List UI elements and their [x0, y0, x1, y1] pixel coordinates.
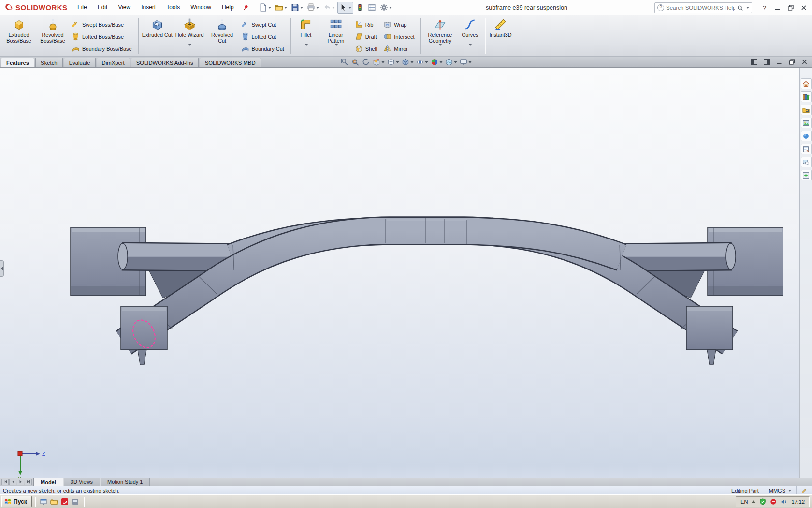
units-caret[interactable]	[788, 490, 791, 492]
menu-view[interactable]: View	[113, 0, 136, 15]
zoom-to-fit-button[interactable]	[340, 58, 350, 67]
reference-geometry-button[interactable]: Reference Geometry	[423, 16, 457, 56]
clock[interactable]: 17:12	[791, 499, 805, 505]
hidden-icons-chevron[interactable]	[752, 500, 755, 503]
view-palette-tab[interactable]	[801, 118, 812, 128]
new-button[interactable]	[258, 2, 273, 14]
help-button[interactable]: ?	[758, 1, 771, 14]
menu-insert[interactable]: Insert	[136, 0, 161, 15]
file-properties-button[interactable]	[366, 2, 377, 14]
display-style-caret[interactable]	[411, 61, 414, 63]
undo-dropdown-caret[interactable]	[332, 7, 335, 9]
subframe-model[interactable]	[71, 218, 783, 365]
graphics-area[interactable]: Z Y	[0, 68, 812, 478]
file-explorer-tab[interactable]	[801, 105, 812, 115]
options-dropdown-caret[interactable]	[389, 7, 392, 9]
menu-help[interactable]: Help	[217, 0, 239, 15]
tab-model[interactable]: Model	[33, 478, 63, 486]
quick-launch-app[interactable]	[70, 496, 81, 507]
hole-wizard-button[interactable]: Hole Wizard	[174, 16, 205, 56]
menu-edit[interactable]: Edit	[92, 0, 113, 15]
rebuild-button[interactable]	[354, 2, 365, 14]
tab-evaluate[interactable]: Evaluate	[64, 58, 96, 67]
boundary-boss-base-button[interactable]: Boundary Boss/Base	[70, 43, 136, 55]
add-content-tab[interactable]	[801, 170, 812, 180]
close-button[interactable]	[797, 1, 810, 14]
draft-button[interactable]: Draft	[353, 30, 381, 43]
open-dropdown-caret[interactable]	[284, 7, 287, 9]
doc-close-button[interactable]	[800, 59, 808, 65]
tab-sketch[interactable]: Sketch	[35, 58, 63, 67]
custom-properties-tab[interactable]	[801, 144, 812, 154]
pin-menu-button[interactable]	[240, 2, 251, 13]
print-dropdown-caret[interactable]	[316, 7, 319, 9]
quick-tips-button[interactable]	[796, 486, 812, 494]
swept-cut-button[interactable]: Swept Cut	[239, 18, 289, 30]
apply-scene-caret[interactable]	[454, 61, 457, 63]
section-view-caret[interactable]	[382, 61, 385, 63]
revolved-cut-button[interactable]: Revolved Cut	[205, 16, 239, 56]
units-selector[interactable]: MMGS	[764, 486, 796, 494]
swept-boss-base-button[interactable]: Swept Boss/Base	[70, 18, 136, 30]
tab-motion-study-1[interactable]: Motion Study 1	[100, 478, 150, 486]
doc-minimize-button[interactable]	[775, 59, 783, 65]
display-style-button[interactable]	[401, 58, 415, 67]
restore-button[interactable]	[784, 1, 797, 14]
section-view-button[interactable]	[372, 58, 386, 67]
wrap-button[interactable]: Wrap	[381, 18, 419, 30]
search-icon[interactable]	[737, 5, 743, 11]
rib-button[interactable]: Rib	[353, 18, 381, 30]
hide-show-caret[interactable]	[425, 61, 428, 63]
intersect-button[interactable]: Intersect	[381, 30, 419, 43]
solidworks-resources-tab[interactable]	[801, 78, 812, 89]
menu-tools[interactable]: Tools	[161, 0, 185, 15]
linear-pattern-caret[interactable]	[335, 44, 338, 46]
search-dropdown-caret[interactable]	[746, 7, 749, 9]
view-orientation-button[interactable]	[386, 58, 400, 67]
open-button[interactable]	[274, 2, 289, 14]
linear-pattern-button[interactable]: Linear Pattern	[319, 16, 353, 56]
save-dropdown-caret[interactable]	[300, 7, 303, 9]
view-orientation-caret[interactable]	[396, 61, 399, 63]
mirror-button[interactable]: Mirror	[381, 43, 419, 55]
select-dropdown-caret[interactable]	[348, 7, 351, 9]
tab-3d-views[interactable]: 3D Views	[63, 478, 100, 486]
menu-file[interactable]: File	[72, 0, 92, 15]
curves-button[interactable]: Curves	[457, 16, 483, 56]
tab-features[interactable]: Features	[1, 58, 34, 67]
solidworks-forum-tab[interactable]	[801, 157, 812, 167]
antivirus-shield-icon[interactable]	[759, 498, 766, 505]
hole-wizard-caret[interactable]	[188, 44, 191, 46]
quick-launch-explorer[interactable]	[49, 496, 59, 507]
lofted-boss-base-button[interactable]: Lofted Boss/Base	[70, 30, 136, 43]
language-indicator[interactable]: EN	[740, 499, 748, 505]
hide-show-items-button[interactable]	[415, 58, 429, 67]
extruded-cut-button[interactable]: Extruded Cut	[141, 16, 174, 56]
tab-dimxpert[interactable]: DimXpert	[97, 58, 130, 67]
lofted-cut-button[interactable]: Lofted Cut	[239, 30, 289, 43]
tab-solidworks-mbd[interactable]: SOLIDWORKS MBD	[200, 58, 261, 67]
reference-geometry-caret[interactable]	[439, 44, 442, 46]
feature-manager-splitter[interactable]	[0, 260, 4, 277]
curves-caret[interactable]	[469, 44, 472, 46]
save-button[interactable]	[290, 2, 304, 14]
tile-left-button[interactable]	[750, 59, 758, 65]
previous-tab-button[interactable]	[9, 479, 16, 485]
apply-scene-button[interactable]	[444, 58, 458, 67]
tile-right-button[interactable]	[763, 59, 770, 65]
boundary-cut-button[interactable]: Boundary Cut	[239, 43, 289, 55]
notification-badge-icon[interactable]	[770, 498, 777, 505]
view-settings-caret[interactable]	[469, 61, 472, 63]
model-3d-view[interactable]: Z Y	[0, 68, 812, 478]
volume-icon[interactable]	[781, 498, 787, 505]
minimize-button[interactable]	[771, 1, 784, 14]
search-input[interactable]	[666, 5, 735, 11]
edit-appearance-button[interactable]	[430, 58, 444, 67]
quick-launch-solidworks[interactable]	[59, 496, 70, 507]
revolved-boss-base-button[interactable]: Revolved Boss/Base	[36, 16, 70, 56]
quick-launch-desktop[interactable]	[38, 496, 49, 507]
print-button[interactable]	[305, 2, 320, 14]
first-tab-button[interactable]	[1, 479, 9, 485]
menu-window[interactable]: Window	[185, 0, 217, 15]
appearances-scenes-tab[interactable]	[801, 131, 812, 141]
